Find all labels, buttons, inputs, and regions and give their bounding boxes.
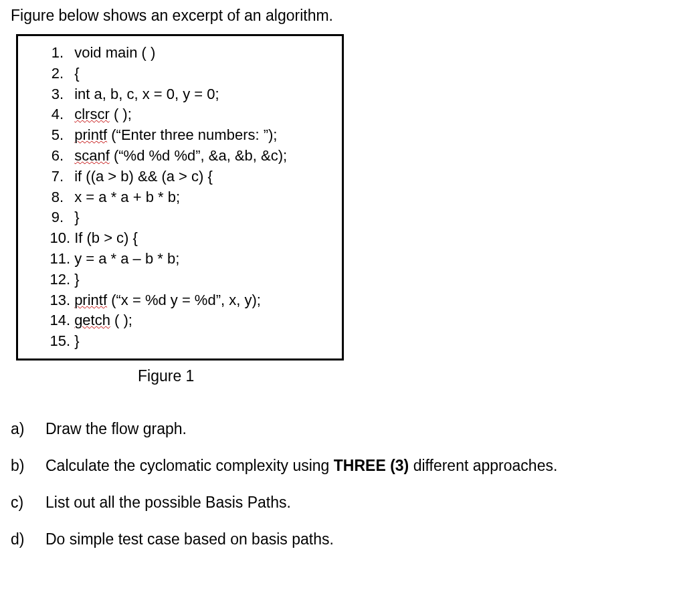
code-line-7: 7. if ((a > b) && (a > c) { (31, 167, 328, 187)
code-line-10: 10. If (b > c) { (31, 228, 328, 249)
question-c: c) List out all the possible Basis Paths… (11, 494, 674, 512)
code-line-3: 3. int a, b, c, x = 0, y = 0; (31, 84, 328, 105)
question-d: d) Do simple test case based on basis pa… (11, 530, 674, 548)
code-line-12: 12. } (31, 270, 328, 290)
question-text: List out all the possible Basis Paths. (45, 494, 291, 512)
question-letter: b) (11, 457, 45, 475)
question-letter: c) (11, 494, 45, 512)
code-box: 1. void main ( ) 2. { 3. int a, b, c, x … (16, 34, 344, 361)
code-line-11: 11. y = a * a – b * b; (31, 249, 328, 270)
code-line-13: 13. printf (“x = %d y = %d”, x, y); (31, 290, 328, 311)
code-line-6: 6. scanf (“%d %d %d”, &a, &b, &c); (31, 146, 328, 167)
code-line-4: 4. clrscr ( ); (31, 104, 328, 125)
question-letter: a) (11, 420, 45, 438)
question-text: Calculate the cyclomatic complexity usin… (45, 457, 557, 475)
figure-label: Figure 1 (138, 367, 674, 385)
code-line-1: 1. void main ( ) (31, 43, 328, 64)
code-line-14: 14. getch ( ); (31, 310, 328, 331)
intro-text: Figure below shows an excerpt of an algo… (11, 7, 674, 25)
question-text: Draw the flow graph. (45, 420, 187, 438)
question-text: Do simple test case based on basis paths… (45, 530, 334, 548)
question-a: a) Draw the flow graph. (11, 420, 674, 438)
question-letter: d) (11, 530, 45, 548)
code-line-2: 2. { (31, 64, 328, 84)
code-line-15: 15. } (31, 331, 328, 352)
questions-list: a) Draw the flow graph. b) Calculate the… (11, 420, 674, 548)
code-line-8: 8. x = a * a + b * b; (31, 187, 328, 208)
code-line-5: 5. printf (“Enter three numbers: ”); (31, 125, 328, 146)
question-b: b) Calculate the cyclomatic complexity u… (11, 457, 674, 475)
code-line-9: 9. } (31, 207, 328, 228)
